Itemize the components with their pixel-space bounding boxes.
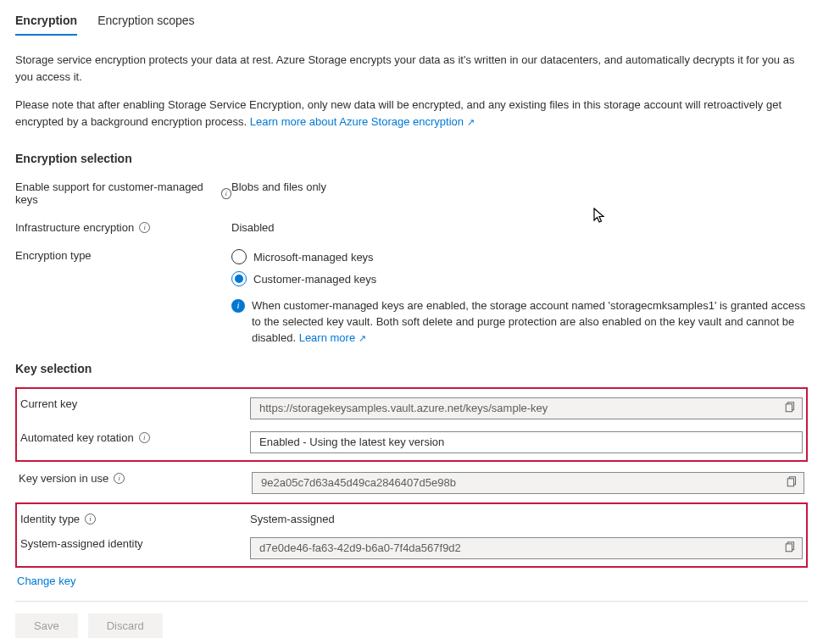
row-key-version: Key version in use i 9e2a05c7d63a45d49ca…	[15, 469, 808, 494]
encryption-type-label: Encryption type	[15, 249, 92, 262]
identity-type-label: Identity type	[20, 513, 80, 525]
auto-rotation-label: Automated key rotation	[20, 431, 134, 444]
section-encryption-selection-heading: Encryption selection	[15, 152, 808, 165]
row-auto-rotation: Automated key rotation i Enabled - Using…	[20, 428, 803, 453]
change-key-link[interactable]: Change key	[17, 575, 75, 587]
highlight-box-1: Current key https://storagekeysamples.va…	[15, 387, 808, 462]
description-1: Storage service encryption protects your…	[15, 52, 808, 85]
copy-icon[interactable]	[783, 402, 797, 415]
learn-more-storage-encryption-link[interactable]: Learn more about Azure Storage encryptio…	[250, 115, 475, 128]
copy-icon[interactable]	[783, 541, 797, 555]
save-button[interactable]: Save	[15, 613, 78, 638]
radio-icon	[231, 271, 247, 286]
current-key-field: https://storagekeysamples.vault.azure.ne…	[250, 397, 803, 419]
row-system-assigned-identity: System-assigned identity d7e0de46-fa63-4…	[20, 534, 803, 559]
svg-rect-1	[786, 403, 792, 411]
tab-bar: Encryption Encryption scopes	[15, 8, 808, 36]
key-version-label: Key version in use	[19, 472, 108, 485]
row-cmk-support: Enable support for customer-managed keys…	[15, 177, 808, 206]
infra-encryption-label: Infrastructure encryption	[15, 221, 134, 234]
key-version-value: 9e2a05c7d63a45d49ca2846407d5e98b	[261, 476, 785, 489]
external-link-icon: ↗	[359, 333, 366, 343]
current-key-label: Current key	[20, 397, 77, 410]
identity-type-value: System-assigned	[250, 509, 803, 525]
auto-rotation-field[interactable]: Enabled - Using the latest key version	[250, 431, 803, 453]
cmk-support-value: Blobs and files only	[231, 177, 808, 193]
key-version-field: 9e2a05c7d63a45d49ca2846407d5e98b	[252, 472, 804, 494]
learn-more-cmk-text: Learn more	[299, 331, 355, 344]
current-key-value: https://storagekeysamples.vault.azure.ne…	[259, 402, 783, 414]
system-assigned-identity-field: d7e0de46-fa63-42d9-b6a0-7f4da567f9d2	[250, 537, 803, 559]
info-icon[interactable]: i	[85, 514, 96, 525]
learn-more-storage-encryption-text: Learn more about Azure Storage encryptio…	[250, 115, 464, 128]
section-key-selection-heading: Key selection	[15, 362, 808, 375]
row-infra-encryption: Infrastructure encryption i Disabled	[15, 218, 808, 234]
auto-rotation-value: Enabled - Using the latest key version	[259, 436, 444, 448]
encryption-type-radio-group: Microsoft-managed keys Customer-managed …	[231, 249, 808, 347]
learn-more-cmk-link[interactable]: Learn more ↗	[299, 331, 366, 344]
row-identity-type: Identity type i System-assigned	[20, 509, 803, 525]
system-assigned-identity-value: d7e0de46-fa63-42d9-b6a0-7f4da567f9d2	[259, 541, 783, 554]
info-icon[interactable]: i	[139, 432, 150, 443]
divider	[15, 601, 808, 602]
row-current-key: Current key https://storagekeysamples.va…	[20, 394, 803, 419]
infra-encryption-value: Disabled	[231, 218, 808, 234]
button-row: Save Discard	[15, 613, 808, 638]
info-icon[interactable]: i	[114, 473, 125, 484]
tab-encryption[interactable]: Encryption	[15, 8, 77, 36]
svg-rect-5	[786, 543, 792, 551]
svg-rect-3	[787, 478, 793, 486]
radio-icon	[231, 249, 247, 264]
highlight-box-2: Identity type i System-assigned System-a…	[15, 502, 808, 568]
row-encryption-type: Encryption type Microsoft-managed keys C…	[15, 246, 808, 347]
cmk-support-label: Enable support for customer-managed keys	[15, 180, 216, 206]
discard-button[interactable]: Discard	[88, 613, 163, 638]
cmk-info-banner: i When customer-managed keys are enabled…	[231, 298, 808, 347]
info-icon[interactable]: i	[139, 222, 150, 233]
radio-customer-managed[interactable]: Customer-managed keys	[231, 271, 808, 286]
tab-encryption-scopes[interactable]: Encryption scopes	[97, 8, 194, 36]
radio-customer-managed-label: Customer-managed keys	[253, 273, 376, 286]
system-assigned-identity-label: System-assigned identity	[20, 537, 143, 550]
info-icon[interactable]: i	[221, 188, 231, 199]
description-2: Please note that after enabling Storage …	[15, 97, 808, 130]
radio-microsoft-managed-label: Microsoft-managed keys	[253, 251, 374, 264]
radio-microsoft-managed[interactable]: Microsoft-managed keys	[231, 249, 808, 264]
copy-icon[interactable]	[785, 476, 798, 490]
external-link-icon: ↗	[467, 117, 475, 127]
info-icon: i	[231, 299, 245, 313]
